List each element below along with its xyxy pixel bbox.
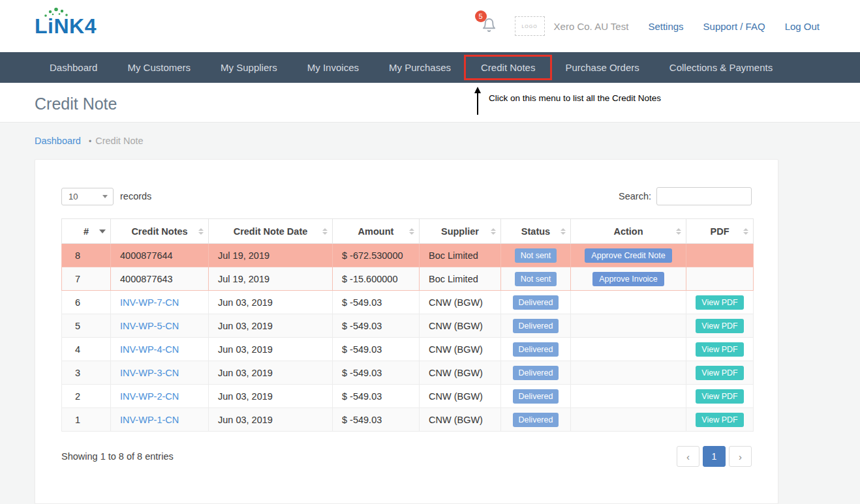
- cell-date: Jun 03, 2019: [209, 291, 333, 314]
- nav-collections-payments[interactable]: Collections & Payments: [654, 52, 788, 83]
- view-pdf-button[interactable]: View PDF: [696, 295, 743, 310]
- table-footer: Showing 1 to 8 of 8 entries ‹ 1 ›: [61, 446, 752, 467]
- credit-note-link[interactable]: INV-WP-1-CN: [120, 415, 179, 425]
- logo-text: LiNK4: [35, 14, 97, 38]
- sort-icon: [743, 228, 748, 235]
- col-header-amount[interactable]: Amount: [333, 219, 420, 244]
- status-badge: Delivered: [513, 342, 559, 357]
- pagination-next-button[interactable]: ›: [729, 446, 752, 467]
- col-header-action[interactable]: Action: [571, 219, 686, 244]
- notification-badge: 5: [475, 10, 487, 22]
- cell-num: 4: [62, 338, 111, 361]
- nav-my-purchases[interactable]: My Purchases: [374, 52, 466, 83]
- cell-credit-note: INV-WP-1-CN: [111, 408, 209, 432]
- cell-status: Delivered: [501, 361, 571, 385]
- nav-credit-notes[interactable]: Credit Notes: [466, 52, 550, 83]
- settings-link[interactable]: Settings: [648, 21, 683, 32]
- col-header-pdf[interactable]: PDF: [686, 219, 754, 244]
- main-nav: Dashboard My Customers My Suppliers My I…: [0, 52, 860, 83]
- cell-action: [571, 385, 686, 408]
- logout-link[interactable]: Log Out: [785, 21, 820, 32]
- approve-invoice-button[interactable]: Approve Invoice: [592, 272, 664, 286]
- nav-my-invoices[interactable]: My Invoices: [292, 52, 374, 83]
- nav-my-suppliers[interactable]: My Suppliers: [206, 52, 292, 83]
- nav-my-customers[interactable]: My Customers: [112, 52, 206, 83]
- cell-status: Delivered: [501, 408, 571, 432]
- pagination-page-1-button[interactable]: 1: [703, 446, 726, 467]
- search-wrap: Search:: [619, 187, 752, 205]
- status-badge: Delivered: [513, 319, 559, 333]
- cell-num: 3: [62, 361, 111, 385]
- company-logo-placeholder: LOGO: [515, 16, 545, 36]
- cell-num: 7: [62, 267, 111, 291]
- cell-credit-note: INV-WP-7-CN: [111, 291, 209, 314]
- link4-logo[interactable]: LiNK4: [35, 14, 97, 38]
- cell-date: Jul 19, 2019: [209, 244, 333, 267]
- search-input[interactable]: [656, 187, 752, 205]
- view-pdf-button[interactable]: View PDF: [696, 366, 743, 380]
- breadcrumb-dashboard-link[interactable]: Dashboard: [35, 136, 81, 146]
- credit-note-link[interactable]: INV-WP-4-CN: [120, 344, 179, 355]
- breadcrumb-current: Credit Note: [95, 136, 143, 146]
- cell-action: [571, 408, 686, 432]
- col-header-supplier[interactable]: Supplier: [420, 219, 501, 244]
- cell-amount: $ -549.03: [333, 291, 420, 314]
- pagination-prev-button[interactable]: ‹: [677, 446, 699, 467]
- support-faq-link[interactable]: Support / FAQ: [703, 21, 765, 32]
- records-per-page-select[interactable]: 10: [61, 188, 114, 205]
- breadcrumb: Dashboard • Credit Note: [0, 123, 860, 156]
- cell-credit-note: INV-WP-3-CN: [111, 361, 209, 385]
- view-pdf-button[interactable]: View PDF: [696, 342, 743, 357]
- cell-credit-note: INV-WP-4-CN: [111, 338, 209, 361]
- view-pdf-button[interactable]: View PDF: [696, 319, 743, 333]
- credit-notes-card: 10 records Search: #: [35, 159, 778, 504]
- credit-note-link[interactable]: INV-WP-7-CN: [120, 297, 179, 308]
- nav-purchase-orders[interactable]: Purchase Orders: [550, 52, 654, 83]
- col-header-num[interactable]: #: [62, 219, 111, 244]
- table-row: 6 INV-WP-7-CN Jun 03, 2019 $ -549.03 CNW…: [62, 291, 754, 314]
- sort-icon: [491, 228, 496, 235]
- cell-action: [571, 291, 686, 314]
- nav-dashboard[interactable]: Dashboard: [35, 52, 112, 83]
- table-row: 7 4000877643 Jul 19, 2019 $ -15.600000 B…: [62, 267, 754, 291]
- cell-num: 8: [62, 244, 111, 267]
- title-section: Credit Note Click on this menu to list a…: [0, 83, 860, 123]
- table-row: 4 INV-WP-4-CN Jun 03, 2019 $ -549.03 CNW…: [62, 338, 754, 361]
- col-header-status[interactable]: Status: [501, 219, 571, 244]
- sort-icon: [561, 228, 566, 235]
- cell-num: 2: [62, 385, 111, 408]
- page-title: Credit Note: [35, 95, 117, 113]
- search-label: Search:: [619, 191, 651, 201]
- col-header-credit-notes[interactable]: Credit Notes: [111, 219, 209, 244]
- top-header: LiNK4 5 LOGO Xero Co. AU Test Settings S…: [0, 0, 860, 52]
- credit-note-link[interactable]: INV-WP-5-CN: [120, 321, 179, 331]
- cell-num: 5: [62, 314, 111, 338]
- status-badge: Delivered: [513, 295, 559, 310]
- view-pdf-button[interactable]: View PDF: [696, 389, 743, 404]
- annotation-arrow-icon: [474, 87, 481, 115]
- breadcrumb-separator: •: [89, 137, 91, 146]
- notification-bell[interactable]: 5: [482, 18, 497, 35]
- approve-credit-note-button[interactable]: Approve Credit Note: [585, 248, 671, 263]
- cell-credit-note: INV-WP-2-CN: [111, 385, 209, 408]
- table-controls: 10 records Search:: [61, 187, 752, 205]
- cell-date: Jul 19, 2019: [209, 267, 333, 291]
- cell-amount: $ -15.600000: [333, 267, 420, 291]
- credit-note-link[interactable]: INV-WP-3-CN: [120, 368, 179, 378]
- status-badge: Not sent: [515, 248, 557, 263]
- cell-supplier: CNW (BGW): [420, 314, 501, 338]
- cell-pdf: View PDF: [686, 314, 754, 338]
- cell-amount: $ -549.03: [333, 314, 420, 338]
- cell-supplier: Boc Limited: [420, 244, 501, 267]
- credit-note-link[interactable]: INV-WP-2-CN: [120, 391, 179, 402]
- status-badge: Delivered: [513, 366, 559, 380]
- col-header-date[interactable]: Credit Note Date: [209, 219, 333, 244]
- cell-pdf: View PDF: [686, 291, 754, 314]
- content-area: Dashboard • Credit Note 10 records Searc…: [0, 123, 860, 504]
- status-badge: Delivered: [513, 389, 559, 404]
- view-pdf-button[interactable]: View PDF: [696, 413, 743, 427]
- cell-credit-note: 4000877644: [111, 244, 209, 267]
- sort-icon: [322, 228, 328, 235]
- table-row: 2 INV-WP-2-CN Jun 03, 2019 $ -549.03 CNW…: [62, 385, 754, 408]
- cell-supplier: CNW (BGW): [420, 361, 501, 385]
